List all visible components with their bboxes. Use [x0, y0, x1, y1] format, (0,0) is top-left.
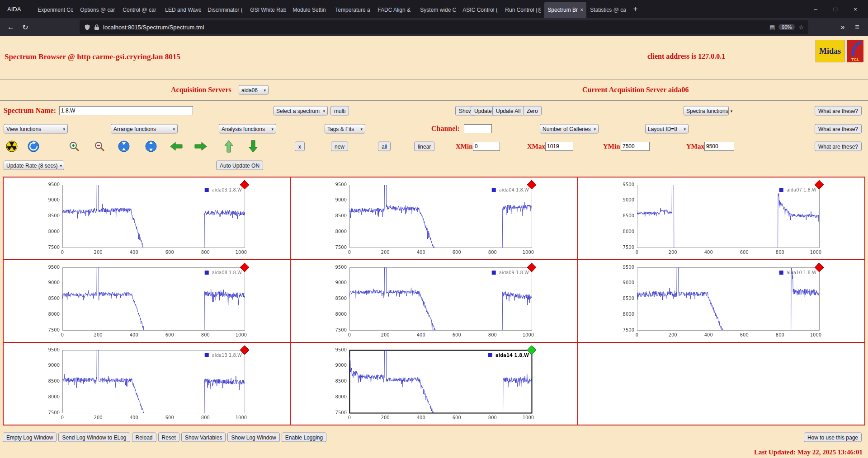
linear-button[interactable]: linear	[414, 142, 434, 151]
browser-tab-6[interactable]: Module Settin	[289, 2, 331, 18]
overflow-menu-icon[interactable]: »	[835, 20, 850, 34]
spectrum-chart-canvas[interactable]	[578, 178, 864, 259]
spectrum-cell-7[interactable]	[290, 342, 577, 425]
log-button-3[interactable]: Reset	[158, 433, 179, 442]
browser-tab-11[interactable]: Run Control (@	[502, 2, 544, 18]
zero-button[interactable]: Zero	[523, 106, 542, 116]
number-of-galleries-select[interactable]: Number of Galleries ▾	[540, 124, 599, 134]
spectrum-cell-1[interactable]	[290, 177, 577, 260]
reader-mode-icon[interactable]: ▤	[769, 24, 775, 31]
update-rate-select[interactable]: Update Rate (8 secs) ▾	[4, 161, 64, 170]
window-maximize-button[interactable]: □	[826, 2, 845, 16]
spectrum-chart-canvas[interactable]	[578, 260, 864, 342]
zoom-indicator[interactable]: 90%	[778, 24, 795, 30]
spectra-functions-select[interactable]: Spectra functions ▾	[684, 106, 729, 116]
tab-label: Statistics @ ca	[590, 7, 626, 13]
refresh-globe-icon[interactable]	[27, 140, 40, 153]
spectrum-chart-canvas[interactable]	[291, 178, 577, 259]
layout-id-select[interactable]: Layout ID=8 ▾	[645, 124, 689, 134]
new-button[interactable]: new	[331, 142, 348, 151]
xmax-input[interactable]	[545, 142, 573, 151]
bookmark-star-icon[interactable]: ☆	[798, 24, 804, 31]
log-button-5[interactable]: Show Log Window	[227, 433, 279, 442]
tab-label: FADC Align &	[377, 7, 413, 13]
what-are-these-button[interactable]: What are these?	[815, 106, 862, 116]
select-spectrum-dropdown[interactable]: Select a spectrum ▾	[274, 106, 328, 116]
tags-fits-select[interactable]: Tags & Fits ▾	[325, 124, 365, 134]
what-are-these-button[interactable]: What are these?	[815, 142, 862, 151]
browser-tab-2[interactable]: Control @ car	[119, 2, 161, 18]
spectrum-cell-3[interactable]	[3, 260, 290, 342]
browser-tab-7[interactable]: Temperature a	[332, 2, 374, 18]
tab-label: Run Control (@	[505, 7, 541, 13]
what-are-these-button[interactable]: What are these?	[815, 124, 862, 134]
browser-tab-13[interactable]: Statistics @ ca	[587, 2, 629, 18]
channel-input[interactable]	[464, 124, 492, 133]
browser-tab-8[interactable]: FADC Align &	[374, 2, 416, 18]
spectrum-name-input[interactable]	[59, 106, 193, 115]
browser-tab-3[interactable]: LED and Wave	[162, 2, 204, 18]
radiation-icon[interactable]	[5, 140, 18, 153]
update-button[interactable]: Update	[471, 106, 495, 116]
ymax-input[interactable]	[704, 142, 734, 151]
x-button[interactable]: x	[295, 142, 305, 151]
spectrum-chart-canvas[interactable]	[4, 260, 290, 342]
update-all-button[interactable]: Update All	[492, 106, 524, 116]
view-functions-select[interactable]: View functions ▾	[4, 124, 68, 134]
spectrum-cell-5[interactable]	[578, 260, 865, 342]
tracking-protection-icon[interactable]	[84, 24, 90, 31]
browser-tab-0[interactable]: Experiment Co	[34, 2, 76, 18]
browser-tab-12[interactable]: Spectrum Br×	[544, 2, 586, 18]
log-button-1[interactable]: Send Log Window to ELog	[58, 433, 130, 442]
browser-tab-5[interactable]: GSI White Rab	[247, 2, 289, 18]
arrow-left-icon[interactable]	[170, 140, 183, 153]
spectrum-cell-4[interactable]	[290, 260, 577, 342]
browser-tab-4[interactable]: Discriminator (	[204, 2, 246, 18]
all-button[interactable]: all	[378, 142, 391, 151]
tab-label: Discriminator (	[208, 7, 243, 13]
log-button-6[interactable]: Enable Logging	[282, 433, 326, 442]
log-button-4[interactable]: Show Variables	[181, 433, 226, 442]
hamburger-menu-icon[interactable]: ≡	[850, 20, 864, 34]
arrange-functions-select[interactable]: Arrange functions ▾	[111, 124, 178, 134]
tab-close-icon[interactable]: ×	[580, 7, 583, 13]
log-button-0[interactable]: Empty Log Window	[3, 433, 57, 442]
spectrum-chart-canvas[interactable]	[4, 343, 290, 425]
zoom-in-icon[interactable]	[68, 140, 80, 153]
browser-tab-9[interactable]: System wide C	[417, 2, 459, 18]
new-tab-button[interactable]: +	[629, 3, 641, 15]
zoom-out-icon[interactable]	[93, 140, 106, 153]
window-minimize-button[interactable]: –	[806, 2, 826, 16]
reload-button[interactable]: ↻	[18, 20, 33, 34]
update-rate-row: Update Rate (8 secs) ▾ Auto Update ON	[0, 156, 868, 175]
spectrum-cell-6[interactable]	[3, 342, 290, 425]
spectrum-cell-0[interactable]	[3, 177, 290, 260]
spectrum-chart-canvas[interactable]	[291, 260, 577, 342]
browser-tab-1[interactable]: Options @ car	[77, 2, 119, 18]
compress-y-icon[interactable]	[118, 140, 130, 153]
analysis-functions-select[interactable]: Analysis functions ▾	[219, 124, 276, 134]
site-security-icon[interactable]	[94, 24, 99, 30]
tab-label: LED and Wave	[165, 7, 201, 13]
acquisition-server-select[interactable]: aida06 ▾	[239, 85, 269, 95]
url-bar[interactable]: localhost:8015/Spectrum/Spectrum.tml ▤ 9…	[80, 20, 808, 34]
spectrum-chart-canvas[interactable]	[4, 178, 290, 259]
back-button[interactable]: ←	[4, 20, 18, 34]
expand-y-icon[interactable]	[145, 140, 157, 153]
log-button-2[interactable]: Reload	[132, 433, 156, 442]
spectrum-cell-2[interactable]	[578, 177, 865, 260]
arrow-up-icon[interactable]	[222, 140, 235, 153]
ymin-input[interactable]	[621, 142, 650, 151]
spectrum-name-row: Spectrum Name: Select a spectrum ▾ multi…	[0, 101, 868, 121]
browser-tab-10[interactable]: ASIC Control (	[459, 2, 501, 18]
arrow-right-icon[interactable]	[194, 140, 207, 153]
multi-button[interactable]: multi	[330, 106, 349, 116]
auto-update-button[interactable]: Auto Update ON	[216, 161, 263, 170]
arrow-down-icon[interactable]	[247, 140, 259, 153]
window-close-button[interactable]: ×	[845, 2, 865, 16]
how-to-use-button[interactable]: How to use this page	[804, 433, 862, 442]
url-text[interactable]: localhost:8015/Spectrum/Spectrum.tml	[103, 24, 766, 31]
xmin-input[interactable]	[473, 142, 500, 151]
spectrum-chart-canvas[interactable]	[291, 343, 577, 425]
xmin-label: XMin	[456, 143, 473, 150]
